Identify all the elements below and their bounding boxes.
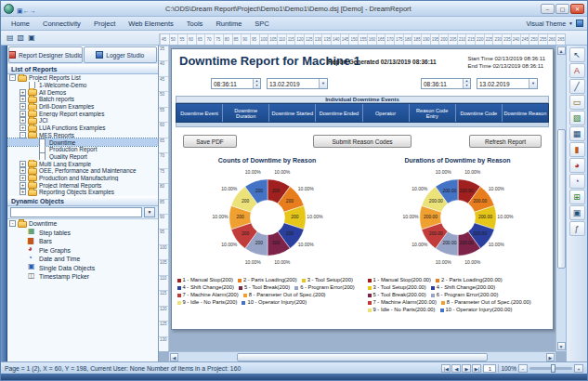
submit-reason-codes-button[interactable]: Submit Reason Codes xyxy=(313,135,412,148)
vertical-scrollbar[interactable]: ▲ ▼ xyxy=(555,46,566,351)
end-time-spinner[interactable]: 08:36:11 ▲ ▼ xyxy=(421,78,471,89)
tree-item[interactable]: + Multi Lang Example xyxy=(7,160,158,167)
refresh-report-button[interactable]: Refresh Report xyxy=(469,135,542,148)
tree-expander[interactable]: + xyxy=(20,175,26,181)
chevron-down-icon[interactable]: ▼ xyxy=(568,20,573,26)
zoom-slider-thumb[interactable] xyxy=(551,364,555,373)
tree-item[interactable]: + Drill-Down Examples xyxy=(7,103,158,111)
tree-expander[interactable]: + xyxy=(20,125,26,131)
start-time-spinner[interactable]: 08:36:11 ▲ ▼ xyxy=(211,78,261,89)
menu-tab[interactable]: Home xyxy=(5,19,36,29)
tree-expander[interactable]: - xyxy=(20,132,26,138)
donut-chart-svg[interactable]: 10.00%20010.00%20010.00%20010.00%20010.0… xyxy=(175,164,360,277)
tree-item[interactable]: Quality Report xyxy=(7,153,158,161)
close-button[interactable]: ✕ xyxy=(570,4,584,14)
tree-expander[interactable]: + xyxy=(20,182,26,189)
logger-studio-button[interactable]: Logger Studio xyxy=(84,46,158,63)
tree-item[interactable]: Downtime xyxy=(7,138,158,146)
grid-tool-icon[interactable]: ⊞ xyxy=(569,190,585,204)
zoom-level[interactable]: 100% xyxy=(501,365,516,372)
menu-tab[interactable]: SPC xyxy=(248,19,275,29)
theme-swatch-icon[interactable] xyxy=(576,20,583,27)
app-logo-icon[interactable] xyxy=(4,4,14,14)
vertical-scroll-thumb[interactable] xyxy=(557,129,566,269)
rectangle-tool-icon[interactable]: ▭ xyxy=(569,95,585,110)
tree-item[interactable]: + All Demos xyxy=(7,88,158,96)
menu-tab[interactable]: Tools xyxy=(180,19,210,29)
menu-tab[interactable]: Web Elements xyxy=(122,19,180,29)
scroll-left-icon[interactable]: ◀ xyxy=(170,353,178,361)
horizontal-scrollbar[interactable]: ◀ ▶ xyxy=(169,351,555,361)
redo-icon[interactable]: → xyxy=(30,7,36,14)
pie-chart-tool-icon[interactable]: ◕ xyxy=(569,158,585,173)
new-report-icon[interactable]: ▤ xyxy=(7,33,14,42)
tree-item[interactable]: - MES Reports xyxy=(7,132,158,139)
tree-expander[interactable]: + xyxy=(20,111,26,117)
chevron-down-icon[interactable]: ▼ xyxy=(319,79,327,88)
script-tool-icon[interactable]: ƒ xyxy=(569,221,585,236)
tree-expander[interactable]: + xyxy=(20,96,26,102)
tree-item[interactable]: Bars xyxy=(7,237,158,246)
first-page-button[interactable]: |◀ xyxy=(441,364,451,373)
menu-tab[interactable]: Connectivity xyxy=(36,19,87,29)
tree-item[interactable]: + Reporting Objects Examples xyxy=(7,189,158,196)
tree-item[interactable]: - Downtime xyxy=(7,219,158,229)
events-table-header[interactable]: Downtime EventDowntime DurationDowntime … xyxy=(176,103,549,123)
spin-down-icon[interactable]: ▼ xyxy=(464,84,470,88)
tree-item[interactable]: + Project Internal Reports xyxy=(7,181,158,189)
tree-item[interactable]: Single Data Objects xyxy=(7,264,158,273)
tree-item[interactable]: + JCI xyxy=(7,117,158,125)
tree-item[interactable]: Step tables xyxy=(7,229,158,238)
bar-chart-tool-icon[interactable]: ▮ xyxy=(569,142,585,157)
tree-expander[interactable]: + xyxy=(20,103,26,110)
tree-item[interactable]: + LUA Functions Examples xyxy=(7,125,158,132)
tree-item[interactable]: + OEE, Performance and Maintenance xyxy=(7,167,158,175)
tree-expander[interactable]: + xyxy=(20,117,26,124)
scroll-right-icon[interactable]: ▶ xyxy=(546,353,555,361)
tree-expander[interactable]: - xyxy=(9,220,16,227)
tree-item[interactable]: 1-Welcome-Demo xyxy=(7,82,158,89)
menu-tab[interactable]: Project xyxy=(87,19,122,29)
image-tool-icon[interactable]: ▨ xyxy=(569,111,585,125)
undo-icon[interactable]: ← xyxy=(23,7,30,14)
zoom-out-button[interactable]: − xyxy=(518,364,528,373)
spin-down-icon[interactable]: ▼ xyxy=(254,84,260,88)
last-page-button[interactable]: ▶| xyxy=(472,364,481,373)
prev-page-button[interactable]: ◀ xyxy=(451,364,461,373)
dynamic-objects-search-input[interactable] xyxy=(10,207,142,217)
tree-expander[interactable]: - xyxy=(9,74,16,81)
tree-expander[interactable]: + xyxy=(20,89,26,96)
visual-theme-control[interactable]: Visual Theme ▼ xyxy=(527,20,584,27)
line-tool-icon[interactable]: ╱ xyxy=(569,79,585,94)
donut-chart-svg[interactable]: 10.00%200.0010.00%200.0010.00%200.0010.0… xyxy=(365,164,551,277)
tree-item[interactable]: Date and Time xyxy=(7,255,158,264)
report-page[interactable]: Downtime Report for Machine 1 Report Gen… xyxy=(171,48,554,330)
tree-item[interactable]: Timestamp Picker xyxy=(7,272,158,282)
page-number-field[interactable]: 1 xyxy=(483,364,496,373)
text-tool-icon[interactable]: A xyxy=(569,63,585,78)
start-date-dropdown[interactable]: 13.02.2019 ▼ xyxy=(267,78,328,89)
open-report-icon[interactable]: ▧ xyxy=(18,33,25,42)
data-object-tool-icon[interactable]: ▣ xyxy=(569,205,585,220)
tree-item[interactable]: - Project Reports List xyxy=(7,74,158,82)
report-designer-studio-button[interactable]: Report Designer Studio xyxy=(8,46,83,63)
tree-item[interactable]: + Batch reports xyxy=(7,96,158,103)
tree-expander[interactable]: + xyxy=(20,161,26,167)
collapsed-panel-strip[interactable] xyxy=(1,46,7,361)
tree-expander[interactable]: + xyxy=(20,167,26,174)
scroll-up-icon[interactable]: ▲ xyxy=(557,46,566,55)
maximize-button[interactable]: ▢ xyxy=(555,4,569,14)
tree-item[interactable]: + Production and Manufacturing xyxy=(7,175,158,182)
search-dropdown-button[interactable]: ▼ xyxy=(144,207,155,217)
minimize-button[interactable]: – xyxy=(541,4,555,14)
next-page-button[interactable]: ▶ xyxy=(462,364,471,373)
tree-item[interactable]: Production Report xyxy=(7,146,158,153)
table-tool-icon[interactable]: ▦ xyxy=(569,126,585,141)
save-pdf-button[interactable]: Save PDF xyxy=(183,135,237,148)
pointer-tool-icon[interactable]: ↖ xyxy=(569,47,585,62)
chevron-down-icon[interactable]: ▼ xyxy=(529,79,537,88)
horizontal-scroll-thumb[interactable] xyxy=(237,353,488,361)
end-date-dropdown[interactable]: 13.02.2019 ▼ xyxy=(477,78,538,89)
tree-item[interactable]: Pie Graphs xyxy=(7,246,158,256)
save-icon[interactable]: ▣ xyxy=(17,7,23,14)
